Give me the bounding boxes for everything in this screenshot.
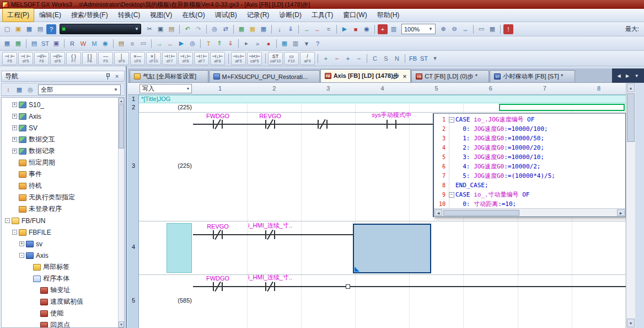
horizontal-line-button[interactable]: — F9 — [98, 52, 113, 65]
alert-icon[interactable]: ! — [503, 24, 513, 34]
tree-item[interactable]: SV — [2, 122, 124, 134]
convert-icon[interactable]: ↓ — [275, 24, 285, 34]
edit-cursor-cell[interactable] — [499, 104, 625, 111]
tree-item[interactable]: 数据交互 — [2, 134, 124, 145]
window-arrange-icon[interactable]: ▦ — [487, 24, 497, 34]
tab-list-icon[interactable]: ▼ — [635, 73, 639, 78]
zoom-in-icon[interactable]: ⊕ — [438, 24, 448, 34]
device-comment-icon[interactable]: ▤ — [116, 39, 126, 49]
tree-item[interactable]: 恒定周期 — [2, 157, 124, 168]
scrollbar-thumb[interactable] — [119, 104, 124, 149]
tab-close-icon[interactable]: × — [403, 73, 406, 80]
tab-scroll-right-icon[interactable]: ▶ — [626, 73, 629, 78]
tab-scroll-left-icon[interactable]: ◀ — [617, 73, 620, 78]
rising-pulse-closed-button[interactable]: ⊣↑⊢ aF7 — [194, 52, 209, 65]
compare-contact-button[interactable]: ⊣=⊢ aF5 — [231, 52, 246, 65]
read-from-plc-icon[interactable]: ← — [313, 24, 323, 34]
delete-horizontal-line-button[interactable]: ×— cF9 — [130, 52, 145, 65]
tree-item[interactable]: 回原点 — [2, 319, 124, 328]
expand-toggle-icon[interactable] — [19, 253, 24, 258]
menu-debug[interactable]: 调试(B) — [210, 8, 242, 22]
parameter-icon[interactable]: ▦ — [237, 24, 246, 34]
tab-axis-fb-ld[interactable]: FB Axis [FB] [LD] (1478)步 × — [320, 69, 411, 82]
tree-item[interactable]: 未登录程序 — [2, 203, 124, 215]
zoom-dropdown[interactable]: 100% ▼ — [401, 24, 436, 34]
fit-width-icon[interactable]: ↔ — [460, 24, 470, 34]
fb-instance-icon[interactable]: FB — [408, 54, 418, 64]
menu-convert[interactable]: 转换(C) — [113, 8, 146, 22]
delete-row-icon[interactable]: − — [332, 54, 342, 64]
tree-item[interactable]: 使能 — [2, 308, 124, 319]
open-contact-button[interactable]: ⊣ ⊢ F5 — [2, 52, 17, 65]
tree-item[interactable]: 待机 — [2, 180, 124, 192]
tree-item[interactable]: 无执行类型指定 — [2, 192, 124, 203]
tree-item[interactable]: 事件 — [2, 168, 124, 180]
menu-recording[interactable]: 记录(R) — [242, 8, 275, 22]
tab-cylinder-global-labels[interactable]: 气缸 [全局标签设置] × — [130, 70, 208, 82]
tab-ct-fb-ld[interactable]: FB CT [FB] [LD] (0)步 * × — [411, 70, 489, 82]
nc-contact[interactable]: FWDGO — [212, 282, 224, 291]
help-info-icon[interactable]: ? — [46, 24, 56, 34]
forced-on-icon[interactable]: ⇑ — [214, 39, 224, 49]
module-tool-icon[interactable]: ▥ — [291, 39, 300, 49]
statement-display-icon[interactable]: ≡ — [127, 39, 137, 49]
delete-column-icon[interactable]: − — [354, 54, 364, 64]
diagnostics-icon[interactable]: + — [378, 24, 388, 34]
selection-box[interactable] — [353, 224, 431, 273]
write-mode-icon[interactable]: W — [78, 39, 88, 49]
save-project-icon[interactable]: ▦ — [24, 24, 34, 34]
backup-icon[interactable]: ▼ — [302, 39, 312, 49]
parallel-closed-contact-button[interactable]: ⊣/⊢ sF6 — [50, 52, 65, 65]
expand-toggle-icon[interactable] — [12, 230, 17, 235]
settings-gear-icon[interactable]: ◎ — [25, 84, 35, 94]
auto-hide-pin-icon[interactable] — [104, 72, 112, 80]
project-data-combo[interactable]: ▼ — [60, 24, 141, 34]
tree-item[interactable]: 速度赋初值 — [2, 296, 124, 308]
falling-pulse-button[interactable]: ⊣↓⊢ sF8 — [178, 52, 193, 65]
rising-pulse-button[interactable]: ⊣↑⊢ sF7 — [162, 52, 177, 65]
close-icon[interactable]: × — [113, 72, 121, 80]
convert-all-icon[interactable]: ⇓ — [286, 24, 296, 34]
menu-window[interactable]: 窗口(W) — [338, 8, 372, 22]
monitor-write-mode-icon[interactable]: ◉ — [100, 39, 110, 49]
scrollbar-thumb[interactable] — [627, 93, 635, 142]
device-monitor-icon[interactable]: ◉ — [362, 24, 372, 34]
expand-toggle-icon[interactable] — [12, 114, 17, 119]
menu-project[interactable]: 工程(P) — [2, 8, 34, 22]
parallel-open-contact-button[interactable]: ⊣ ⊢ sF5 — [18, 52, 33, 65]
nc-contact[interactable]: i_HMI_连续_寸.. — [264, 230, 276, 239]
help-icon[interactable]: ? — [313, 39, 323, 49]
nc-contact[interactable]: i_HMI_连续_寸.. — [264, 282, 276, 291]
no-contact[interactable]: sys手动模式中 — [385, 120, 398, 129]
fold-toggle-icon[interactable] — [449, 192, 454, 198]
tree-item[interactable]: FBFILE — [2, 226, 124, 238]
scroll-right-icon[interactable]: ▶ — [617, 209, 625, 216]
insert-row-icon[interactable]: + — [321, 54, 331, 64]
closed-contact-button[interactable]: ⊣/⊢ F6 — [34, 52, 49, 65]
tree-filter-dropdown[interactable]: 全部 ▼ — [38, 84, 121, 95]
expand-toggle-icon[interactable] — [5, 218, 10, 223]
print-icon[interactable]: ▤ — [35, 24, 45, 34]
scroll-up-icon[interactable]: ▲ — [119, 98, 124, 104]
sort-icon[interactable]: ↕ — [3, 84, 13, 94]
editor-vertical-scrollbar[interactable]: ▲ ▼ — [626, 83, 635, 328]
expand-toggle-icon[interactable] — [12, 125, 17, 130]
expand-toggle-icon[interactable] — [19, 241, 24, 246]
simulation-icon[interactable]: ▦ — [280, 39, 289, 49]
step-execution-icon[interactable]: ▸ — [242, 39, 251, 49]
tree-item[interactable]: 数据记录 — [2, 145, 124, 157]
menu-search-replace[interactable]: 搜索/替换(F) — [66, 8, 113, 22]
coil-button[interactable]: ( ) F7 — [66, 52, 81, 65]
edit-note-icon[interactable]: N — [392, 54, 402, 64]
menu-online[interactable]: 在线(O) — [177, 8, 210, 22]
fbd-editor-icon[interactable]: ▣ — [51, 39, 61, 49]
tree-item[interactable]: Axis — [2, 250, 124, 261]
module-config-icon[interactable]: ▦ — [2, 39, 12, 49]
scroll-up-icon[interactable]: ▲ — [627, 83, 635, 92]
menu-tools[interactable]: 工具(T) — [307, 8, 338, 22]
compare-contact2-button[interactable]: ⊣<⊢ caF5 — [247, 52, 262, 65]
inline-st-box-button[interactable]: ST caF10 — [268, 52, 283, 65]
scroll-down-icon[interactable]: ▼ — [119, 321, 124, 327]
open-project-icon[interactable]: ▣ — [13, 24, 23, 34]
menu-help[interactable]: 帮助(H) — [372, 8, 405, 22]
